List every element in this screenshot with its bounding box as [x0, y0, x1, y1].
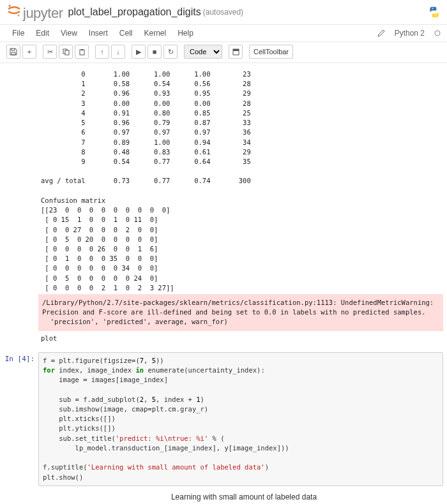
stop-button[interactable]: ■ — [148, 45, 162, 59]
command-palette-button[interactable] — [229, 45, 243, 59]
warning-output: /Library/Python/2.7/site-packages/sklear… — [38, 294, 443, 331]
kernel-name[interactable]: Python 2 — [389, 26, 430, 40]
figure-title: Learning with small amount of labeled da… — [49, 493, 439, 501]
menu-kernel[interactable]: Kernel — [139, 26, 172, 40]
notebook-area: 0 1.00 1.00 1.00 23 1 0.58 0.54 0.56 28 … — [0, 63, 447, 504]
menu-edit[interactable]: Edit — [30, 26, 55, 40]
notebook-title[interactable]: plot_label_propagation_digits — [68, 6, 201, 18]
svg-point-2 — [432, 8, 434, 9]
svg-point-1 — [18, 15, 20, 17]
python-icon — [428, 6, 441, 19]
header: jupyter plot_label_propagation_digits (a… — [0, 0, 447, 25]
output-prompt — [4, 68, 38, 348]
save-button[interactable] — [6, 45, 20, 59]
menu-insert[interactable]: Insert — [83, 26, 114, 40]
svg-rect-6 — [65, 50, 69, 55]
celltoolbar-button[interactable]: CellToolbar — [249, 45, 293, 59]
menu-view[interactable]: View — [55, 26, 83, 40]
toolbar: + ✂ ↑ ↓ ▶ ■ ↻ Code CellToolbar — [0, 42, 447, 63]
menu-help[interactable]: Help — [172, 26, 199, 40]
edit-icon[interactable] — [377, 29, 385, 37]
restart-button[interactable]: ↻ — [163, 45, 178, 59]
svg-point-4 — [435, 31, 440, 36]
svg-point-3 — [436, 15, 437, 17]
menu-cell[interactable]: Cell — [114, 26, 139, 40]
svg-point-0 — [9, 5, 11, 7]
svg-rect-7 — [80, 50, 84, 55]
add-cell-button[interactable]: + — [22, 45, 36, 59]
menu-file[interactable]: File — [6, 26, 30, 40]
plot-label: plot — [38, 331, 443, 348]
svg-rect-10 — [233, 49, 239, 51]
output-cell: 0 1.00 1.00 1.00 23 1 0.58 0.54 0.56 28 … — [4, 68, 443, 348]
jupyter-logo[interactable]: jupyter — [6, 3, 63, 22]
classification-report-output: 0 1.00 1.00 1.00 23 1 0.58 0.54 0.56 28 … — [38, 68, 443, 294]
run-button[interactable]: ▶ — [132, 45, 146, 59]
cut-button[interactable]: ✂ — [43, 45, 57, 59]
code-cell[interactable]: In [4]: f = plt.figure(figsize=(7, 5)) f… — [4, 352, 443, 486]
logo-text: jupyter — [23, 5, 63, 22]
move-up-button[interactable]: ↑ — [95, 45, 109, 59]
menubar: File Edit View Insert Cell Kernel Help P… — [0, 25, 447, 42]
code-content[interactable]: f = plt.figure(figsize=(7, 5)) for index… — [43, 356, 439, 482]
move-down-button[interactable]: ↓ — [111, 45, 125, 59]
svg-rect-8 — [81, 49, 83, 50]
figure-output: Learning with small amount of labeled da… — [38, 490, 443, 504]
input-prompt: In [4]: — [4, 352, 38, 486]
autosave-status: (autosaved) — [203, 8, 243, 17]
paste-button[interactable] — [75, 45, 89, 59]
jupyter-icon — [6, 3, 22, 18]
cell-type-select[interactable]: Code — [184, 45, 222, 59]
copy-button[interactable] — [59, 45, 73, 59]
kernel-status-icon — [434, 30, 441, 36]
